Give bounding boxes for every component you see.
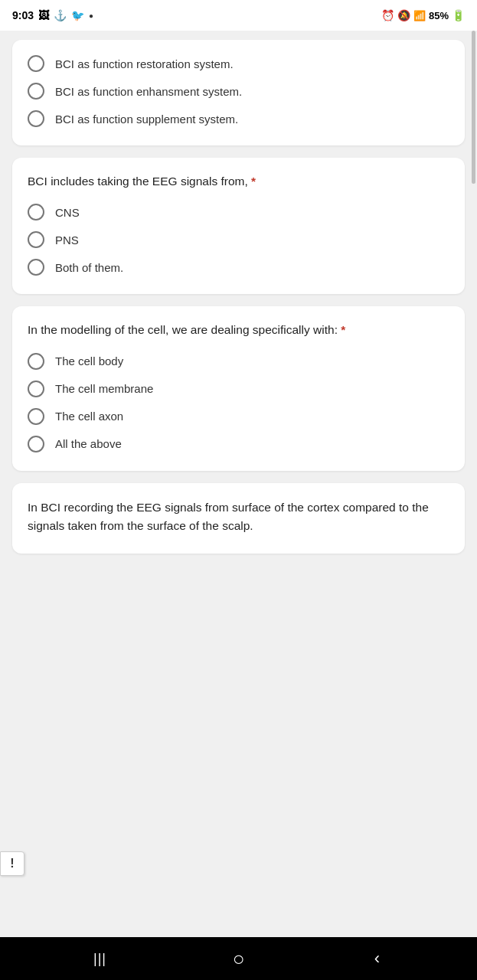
scrollbar-track[interactable] — [472, 31, 475, 184]
radio-supplement[interactable] — [28, 110, 44, 127]
wifi-icon: 📶 — [413, 10, 426, 21]
card-eeg-signals: BCI includes taking the EEG signals from… — [12, 158, 465, 294]
card-bci-types: BCI as function restoration system. BCI … — [12, 40, 465, 145]
option-both[interactable]: Both of them. — [28, 259, 449, 276]
nav-home-button[interactable]: ○ — [222, 942, 256, 975]
option-cell-axon[interactable]: The cell axon — [28, 408, 449, 425]
status-left: 9:03 🖼 ⚓ 🐦 ● — [12, 9, 93, 21]
status-bar: 9:03 🖼 ⚓ 🐦 ● ⏰ 🔕 📶 85% 🔋 — [0, 0, 477, 31]
option-cell-membrane-label: The cell membrane — [55, 381, 153, 397]
radio-cell-body[interactable] — [28, 353, 44, 370]
option-supplement-label: BCI as function supplement system. — [55, 111, 238, 127]
card-cell-modelling: In the modelling of the cell, we are dea… — [12, 306, 465, 470]
radio-restoration[interactable] — [28, 55, 44, 72]
option-pns[interactable]: PNS — [28, 231, 449, 248]
option-all-above[interactable]: All the above — [28, 436, 449, 452]
option-supplement[interactable]: BCI as function supplement system. — [28, 110, 449, 127]
screenshot-icon: 🖼 — [38, 9, 49, 21]
option-cell-axon-label: The cell axon — [55, 408, 123, 424]
twitter-icon: 🐦 — [71, 9, 84, 21]
question-eeg: BCI includes taking the EEG signals from… — [28, 173, 449, 190]
battery-icon: 🔋 — [452, 9, 465, 21]
option-both-label: Both of them. — [55, 260, 123, 276]
option-cell-membrane[interactable]: The cell membrane — [28, 381, 449, 397]
dot-indicator: ● — [89, 11, 93, 20]
side-alert-button[interactable]: ! — [0, 851, 25, 876]
home-circle-icon: ○ — [233, 949, 245, 969]
card-bci-recording: In BCI recording the EEG signals from su… — [12, 483, 465, 554]
question-cell: In the modelling of the cell, we are dea… — [28, 322, 449, 338]
required-star-cell: * — [341, 323, 345, 336]
bottom-nav-bar: ||| ○ ‹ — [0, 937, 477, 980]
option-all-above-label: All the above — [55, 436, 122, 452]
option-restoration[interactable]: BCI as function restoration system. — [28, 55, 449, 72]
anchor-icon: ⚓ — [54, 9, 67, 21]
back-chevron-icon: ‹ — [374, 949, 380, 969]
option-pns-label: PNS — [55, 232, 79, 248]
option-enhansment[interactable]: BCI as function enhansment system. — [28, 83, 449, 100]
menu-icon: ||| — [93, 951, 106, 967]
content-area: BCI as function restoration system. BCI … — [0, 31, 477, 937]
option-cell-body[interactable]: The cell body — [28, 353, 449, 370]
mute-icon: 🔕 — [397, 9, 410, 21]
radio-enhansment[interactable] — [28, 83, 44, 100]
radio-cell-membrane[interactable] — [28, 381, 44, 397]
required-star-eeg: * — [251, 175, 256, 188]
option-enhansment-label: BCI as function enhansment system. — [55, 83, 242, 100]
radio-all-above[interactable] — [28, 436, 44, 452]
exclamation-icon: ! — [10, 857, 14, 871]
alarm-icon: ⏰ — [381, 9, 394, 21]
time-display: 9:03 — [12, 9, 34, 21]
option-restoration-label: BCI as function restoration system. — [55, 56, 234, 72]
nav-back-button[interactable]: ‹ — [361, 942, 394, 975]
battery-level: 85% — [429, 10, 449, 21]
question-bci-recording: In BCI recording the EEG signals from su… — [28, 498, 449, 535]
status-icons: ⏰ 🔕 📶 85% 🔋 — [381, 9, 465, 21]
option-cns[interactable]: CNS — [28, 204, 449, 220]
radio-pns[interactable] — [28, 231, 44, 248]
nav-menu-button[interactable]: ||| — [83, 942, 117, 975]
option-cns-label: CNS — [55, 204, 80, 220]
radio-cns[interactable] — [28, 204, 44, 220]
option-cell-body-label: The cell body — [55, 353, 123, 369]
radio-both[interactable] — [28, 259, 44, 276]
radio-cell-axon[interactable] — [28, 408, 44, 425]
